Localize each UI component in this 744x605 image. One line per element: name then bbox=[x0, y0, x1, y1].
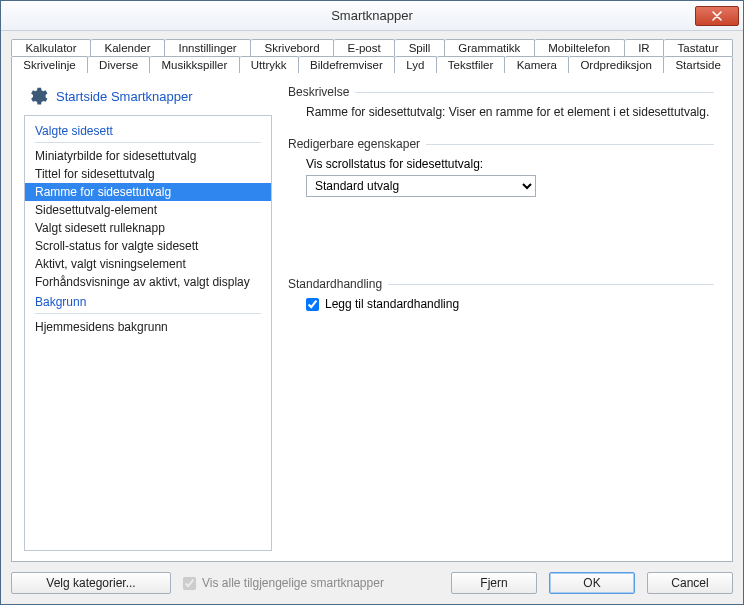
tab-innstillinger[interactable]: Innstillinger bbox=[165, 39, 251, 56]
tab-bildefremviser[interactable]: Bildefremviser bbox=[299, 56, 395, 73]
tab-strip: KalkulatorKalenderInnstillingerSkrivebor… bbox=[11, 39, 733, 73]
tab-e-post[interactable]: E-post bbox=[334, 39, 395, 56]
categories-button[interactable]: Velg kategorier... bbox=[11, 572, 171, 594]
tab-musikkspiller[interactable]: Musikkspiller bbox=[150, 56, 239, 73]
default-action-label[interactable]: Legg til standardhandling bbox=[325, 297, 459, 311]
scroll-status-select[interactable]: Standard utvalg bbox=[306, 175, 536, 197]
tab-spill[interactable]: Spill bbox=[395, 39, 445, 56]
tab-grammatikk[interactable]: Grammatikk bbox=[445, 39, 535, 56]
description-section: Beskrivelse Ramme for sidesettutvalg: Vi… bbox=[288, 85, 720, 119]
smartbutton-list[interactable]: Valgte sidesettMiniatyrbilde for sideset… bbox=[24, 115, 272, 551]
default-action-section: Standardhandling Legg til standardhandli… bbox=[288, 277, 720, 311]
show-all-label: Vis alle tilgjengelige smartknapper bbox=[202, 576, 384, 590]
list-group-header: Bakgrunn bbox=[25, 291, 271, 311]
close-button[interactable] bbox=[695, 6, 739, 26]
list-group-header: Valgte sidesett bbox=[25, 120, 271, 140]
ok-button[interactable]: OK bbox=[549, 572, 635, 594]
section-rule bbox=[355, 92, 714, 93]
tab-diverse[interactable]: Diverse bbox=[88, 56, 150, 73]
tab-skrivelinje[interactable]: Skrivelinje bbox=[11, 56, 88, 73]
tab-kalender[interactable]: Kalender bbox=[91, 39, 165, 56]
gear-icon bbox=[26, 85, 48, 107]
panel-header: Startside Smartknapper bbox=[26, 85, 272, 107]
description-text: Ramme for sidesettutvalg: Viser en ramme… bbox=[288, 105, 720, 119]
right-column: Beskrivelse Ramme for sidesettutvalg: Vi… bbox=[288, 83, 720, 551]
tab-tekstfiler[interactable]: Tekstfiler bbox=[437, 56, 506, 73]
property-label: Vis scrollstatus for sidesettutvalg: bbox=[288, 157, 720, 171]
list-item[interactable]: Aktivt, valgt visningselement bbox=[25, 255, 271, 273]
list-item[interactable]: Miniatyrbilde for sidesettutvalg bbox=[25, 147, 271, 165]
list-item[interactable]: Scroll-status for valgte sidesett bbox=[25, 237, 271, 255]
tab-lyd[interactable]: Lyd bbox=[395, 56, 437, 73]
dialog-footer: Velg kategorier... Vis alle tilgjengelig… bbox=[11, 562, 733, 594]
default-action-checkbox[interactable] bbox=[306, 298, 319, 311]
left-column: Startside Smartknapper Valgte sidesettMi… bbox=[24, 83, 272, 551]
properties-title: Redigerbare egenskaper bbox=[288, 137, 420, 151]
properties-section: Redigerbare egenskaper Vis scrollstatus … bbox=[288, 137, 720, 197]
section-rule bbox=[388, 284, 714, 285]
tab-panel: Startside Smartknapper Valgte sidesettMi… bbox=[11, 72, 733, 562]
list-group-rule bbox=[35, 313, 261, 314]
client-area: KalkulatorKalenderInnstillingerSkrivebor… bbox=[1, 31, 743, 604]
tab-tastatur[interactable]: Tastatur bbox=[664, 39, 733, 56]
tab-kamera[interactable]: Kamera bbox=[505, 56, 569, 73]
tab-startside[interactable]: Startside bbox=[664, 56, 733, 73]
cancel-button[interactable]: Cancel bbox=[647, 572, 733, 594]
show-all-checkbox bbox=[183, 577, 196, 590]
close-icon bbox=[712, 11, 722, 21]
list-item[interactable]: Tittel for sidesettutvalg bbox=[25, 165, 271, 183]
tab-ordprediksjon[interactable]: Ordprediksjon bbox=[569, 56, 664, 73]
titlebar: Smartknapper bbox=[1, 1, 743, 31]
list-item[interactable]: Ramme for sidesettutvalg bbox=[25, 183, 271, 201]
description-title: Beskrivelse bbox=[288, 85, 349, 99]
tab-skrivebord[interactable]: Skrivebord bbox=[251, 39, 334, 56]
list-item[interactable]: Hjemmesidens bakgrunn bbox=[25, 318, 271, 336]
dialog-window: Smartknapper KalkulatorKalenderInnstilli… bbox=[0, 0, 744, 605]
list-item[interactable]: Valgt sidesett rulleknapp bbox=[25, 219, 271, 237]
list-item[interactable]: Forhåndsvisninge av aktivt, valgt displa… bbox=[25, 273, 271, 291]
list-group-rule bbox=[35, 142, 261, 143]
panel-header-text: Startside Smartknapper bbox=[56, 89, 193, 104]
tab-kalkulator[interactable]: Kalkulator bbox=[11, 39, 91, 56]
tab-mobiltelefon[interactable]: Mobiltelefon bbox=[535, 39, 625, 56]
remove-button[interactable]: Fjern bbox=[451, 572, 537, 594]
tab-uttrykk[interactable]: Uttrykk bbox=[240, 56, 299, 73]
tab-ir[interactable]: IR bbox=[625, 39, 664, 56]
list-item[interactable]: Sidesettutvalg-element bbox=[25, 201, 271, 219]
default-action-title: Standardhandling bbox=[288, 277, 382, 291]
window-title: Smartknapper bbox=[1, 8, 743, 23]
section-rule bbox=[426, 144, 714, 145]
